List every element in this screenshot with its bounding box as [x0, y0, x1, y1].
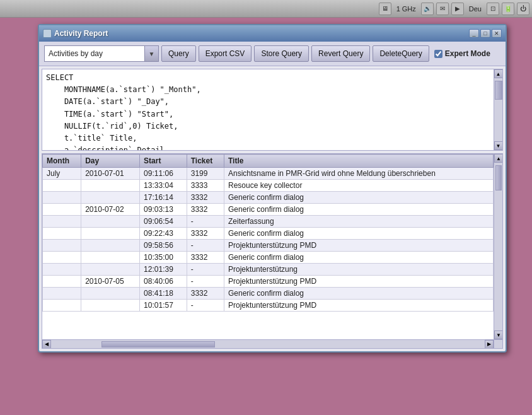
cell-day	[81, 180, 140, 192]
cell-title: Projektunterstützung	[224, 264, 493, 276]
store-query-button[interactable]: Store Query	[254, 45, 309, 62]
cell-title: Projektunterstützung PMD	[224, 276, 493, 288]
table-row: 09:22:433332Generic confirm dialog	[43, 228, 494, 240]
taskbar: 🖥 1 GHz 🔊 ✉ ▶ Deu ⊡ 🔋 ⏻	[0, 0, 532, 18]
table-row: 09:58:56-Projektunterstützung PMD	[43, 240, 494, 252]
volume-icon[interactable]: 🔊	[421, 3, 434, 15]
power-icon[interactable]: ⏻	[517, 3, 529, 15]
cell-start: 17:16:14	[140, 192, 187, 204]
vscroll-down-btn[interactable]: ▼	[494, 330, 503, 339]
table-row: 12:01:39-Projektunterstützung	[43, 264, 494, 276]
cell-month	[43, 204, 81, 216]
cpu-label: 1 GHz	[394, 5, 419, 13]
titlebar-left: Activity Report	[43, 29, 108, 38]
table-row: 08:41:183332Generic confirm dialog	[43, 288, 494, 300]
window-icon	[43, 29, 52, 38]
cell-ticket: -	[187, 264, 224, 276]
cell-ticket: -	[187, 300, 224, 312]
minimize-button[interactable]: _	[469, 29, 479, 38]
scroll-down-btn[interactable]: ▼	[494, 141, 503, 150]
lang-label: Deu	[466, 5, 484, 13]
cell-ticket: 3332	[187, 228, 224, 240]
table-horizontal-scrollbar[interactable]: ◀ ▶	[42, 339, 494, 348]
cell-title: Resouce key collector	[224, 180, 493, 192]
data-table-container: Month Day Start Ticket Title July2010-07…	[42, 153, 503, 349]
vscroll-track[interactable]	[494, 163, 502, 330]
hscroll-track[interactable]	[51, 340, 485, 349]
table-row: 10:35:003332Generic confirm dialog	[43, 252, 494, 264]
cell-ticket: 3199	[187, 168, 224, 180]
cell-day	[81, 264, 140, 276]
cell-month	[43, 288, 81, 300]
cell-day	[81, 288, 140, 300]
scrollbar-corner	[494, 339, 502, 348]
col-title: Title	[224, 155, 493, 168]
sql-editor[interactable]: SELECT MONTHNAME(a.`start`) "_Month", DA…	[42, 69, 503, 151]
cell-title: Generic confirm dialog	[224, 228, 493, 240]
battery-icon: 🔋	[502, 3, 514, 15]
table-row: 10:01:57-Projektunterstützung PMD	[43, 300, 494, 312]
col-day: Day	[81, 155, 140, 168]
col-ticket: Ticket	[187, 155, 224, 168]
table-vertical-scrollbar[interactable]: ▲ ▼	[494, 154, 502, 339]
table-row: 2010-07-0209:03:133332Generic confirm di…	[43, 204, 494, 216]
cell-month	[43, 216, 81, 228]
cell-title: Generic confirm dialog	[224, 252, 493, 264]
cell-month	[43, 300, 81, 312]
cell-title: Generic confirm dialog	[224, 204, 493, 216]
toolbar: Activities by day ▼ Query Export CSV Sto…	[39, 42, 506, 66]
query-dropdown[interactable]: Activities by day	[44, 45, 145, 62]
expert-mode-toggle: Expert Mode	[434, 49, 490, 58]
col-start: Start	[140, 155, 187, 168]
hscroll-right-btn[interactable]: ▶	[485, 340, 494, 349]
export-csv-button[interactable]: Export CSV	[199, 45, 252, 62]
cell-ticket: 3332	[187, 288, 224, 300]
cell-month	[43, 180, 81, 192]
dropdown-arrow-icon[interactable]: ▼	[145, 45, 159, 62]
col-month: Month	[43, 155, 81, 168]
mail-icon[interactable]: ✉	[436, 3, 449, 15]
scrollbar-track[interactable]	[494, 78, 503, 141]
cell-day	[81, 252, 140, 264]
cell-start: 09:22:43	[140, 228, 187, 240]
vscroll-thumb[interactable]	[495, 165, 502, 190]
cell-month	[43, 276, 81, 288]
sql-vertical-scrollbar[interactable]: ▲ ▼	[494, 69, 502, 150]
terminal-icon[interactable]: ⊡	[487, 3, 499, 15]
hscroll-thumb[interactable]	[101, 341, 215, 348]
query-button[interactable]: Query	[161, 45, 196, 62]
titlebar: Activity Report _ □ ✕	[39, 25, 506, 42]
taskbar-icons: 🖥 1 GHz 🔊 ✉ ▶ Deu ⊡ 🔋 ⏻	[379, 3, 529, 15]
maximize-button[interactable]: □	[480, 29, 490, 38]
table-header-row: Month Day Start Ticket Title	[43, 155, 494, 168]
cell-ticket: 3332	[187, 204, 224, 216]
cell-start: 08:40:06	[140, 276, 187, 288]
expert-mode-checkbox[interactable]	[434, 50, 442, 58]
vscroll-up-btn[interactable]: ▲	[494, 154, 503, 163]
cell-month	[43, 252, 81, 264]
revert-query-button[interactable]: Revert Query	[311, 45, 370, 62]
cell-day	[81, 240, 140, 252]
cell-ticket: -	[187, 216, 224, 228]
table-row: 17:16:143332Generic confirm dialog	[43, 192, 494, 204]
main-window: Activity Report _ □ ✕ Activities by day …	[38, 24, 507, 353]
scrollbar-thumb[interactable]	[495, 81, 502, 100]
cell-start: 08:41:18	[140, 288, 187, 300]
hscroll-left-btn[interactable]: ◀	[42, 340, 51, 349]
cell-title: Ansichtsname in PMR-Grid wird ohne Meldu…	[224, 168, 493, 180]
cell-day	[81, 192, 140, 204]
cell-day: 2010-07-05	[81, 276, 140, 288]
cell-month: July	[43, 168, 81, 180]
sql-content: SELECT MONTHNAME(a.`start`) "_Month", DA…	[42, 69, 502, 151]
cell-title: Generic confirm dialog	[224, 192, 493, 204]
cell-month	[43, 264, 81, 276]
cell-month	[43, 240, 81, 252]
scroll-up-btn[interactable]: ▲	[494, 69, 503, 78]
table-row: 2010-07-0508:40:06-Projektunterstützung …	[43, 276, 494, 288]
table-row: 09:06:54-Zeiterfassung	[43, 216, 494, 228]
close-button[interactable]: ✕	[492, 29, 502, 38]
cell-title: Projektunterstützung PMD	[224, 240, 493, 252]
play-icon[interactable]: ▶	[451, 3, 464, 15]
delete-query-button[interactable]: DeleteQuery	[373, 45, 429, 62]
cell-start: 12:01:39	[140, 264, 187, 276]
